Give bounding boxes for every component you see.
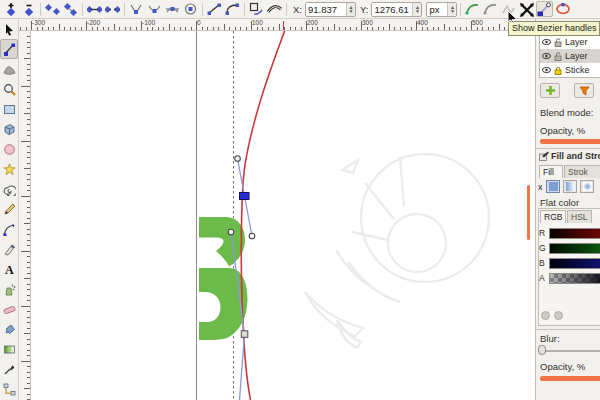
- segment-to-curve-icon[interactable]: [224, 1, 241, 17]
- tool-zoom[interactable]: [0, 79, 18, 99]
- x-coordinate-field[interactable]: ▲▼: [305, 2, 356, 17]
- blur-slider-handle[interactable]: [538, 345, 546, 355]
- blur-slider-track[interactable]: [540, 350, 600, 352]
- ruler-tick: [27, 289, 30, 290]
- corner-node-icon[interactable]: [128, 1, 145, 17]
- flat-color-button[interactable]: [546, 180, 560, 193]
- layer-row[interactable]: Layer: [540, 35, 600, 49]
- join-nodes-icon[interactable]: [62, 1, 79, 17]
- ruler-tick: [27, 311, 30, 312]
- tool-box-3d[interactable]: [0, 119, 18, 139]
- tab-rgb[interactable]: RGB: [540, 210, 566, 223]
- new-layer-button[interactable]: [540, 83, 560, 98]
- symmetric-node-icon[interactable]: [164, 1, 181, 17]
- lock-open-icon[interactable]: [554, 38, 562, 47]
- unselected-node[interactable]: [241, 331, 248, 338]
- ruler-tick: [284, 27, 285, 30]
- tool-dropper[interactable]: [0, 359, 18, 379]
- tool-paint-bucket[interactable]: [0, 319, 18, 339]
- tab-fill[interactable]: Fill: [539, 165, 563, 178]
- selected-node[interactable]: [240, 193, 250, 200]
- delete-segment-icon[interactable]: [104, 1, 121, 17]
- tool-node-editor[interactable]: [0, 39, 18, 59]
- bezier-handles-icon[interactable]: [536, 1, 553, 17]
- channel-r-slider[interactable]: [549, 228, 600, 239]
- y-coordinate-field[interactable]: ▲▼: [371, 2, 422, 17]
- join-with-segment-icon[interactable]: [86, 1, 103, 17]
- auto-node-icon[interactable]: [182, 1, 199, 17]
- smooth-node-icon[interactable]: [146, 1, 163, 17]
- insert-node-icon[interactable]: [2, 1, 19, 17]
- tool-calligraphy[interactable]: [0, 239, 18, 259]
- y-coordinate-input[interactable]: [372, 3, 412, 16]
- ruler-tick: [27, 256, 30, 257]
- delete-node-icon[interactable]: [20, 1, 37, 17]
- tool-tweak[interactable]: [0, 59, 18, 79]
- ruler-tick: [42, 27, 43, 30]
- linear-gradient-button[interactable]: [563, 180, 577, 193]
- layer-filter-button[interactable]: [574, 83, 594, 98]
- tool-ellipse[interactable]: [0, 139, 18, 159]
- ruler-tick: [345, 27, 346, 30]
- tool-spiral[interactable]: [0, 179, 18, 199]
- radial-gradient-button[interactable]: [580, 180, 594, 193]
- x-spinner[interactable]: ▲▼: [346, 3, 355, 16]
- tool-gradient[interactable]: [0, 339, 18, 359]
- tool-rectangle[interactable]: [0, 99, 18, 119]
- tab-hsl[interactable]: HSL: [567, 210, 592, 223]
- edit-clip-icon[interactable]: [464, 1, 481, 17]
- ruler-tick: [27, 190, 30, 191]
- lock-closed-icon[interactable]: [554, 66, 562, 75]
- tool-text[interactable]: A: [0, 259, 18, 279]
- stroke-to-path-icon[interactable]: [266, 1, 283, 17]
- tool-bezier-pen[interactable]: [0, 219, 18, 239]
- swatch-prev-icon[interactable]: [541, 311, 550, 320]
- tool-eraser[interactable]: [0, 299, 18, 319]
- fs-opacity-slider[interactable]: [540, 376, 600, 381]
- unit-value[interactable]: [427, 3, 447, 16]
- vertical-scrollbar-thumb[interactable]: [527, 185, 530, 240]
- lock-open-icon[interactable]: [554, 52, 562, 61]
- tool-connector[interactable]: [0, 379, 18, 399]
- ruler-tick: [191, 27, 192, 30]
- ruler-tick: [279, 24, 280, 30]
- tool-star[interactable]: [0, 159, 18, 179]
- ruler-tick: [383, 27, 384, 30]
- tool-selector[interactable]: [0, 19, 18, 39]
- layer-row[interactable]: Sticke: [540, 63, 600, 77]
- channel-b-slider[interactable]: [549, 258, 600, 269]
- tab-stroke-paint[interactable]: Strok: [564, 165, 600, 178]
- y-spinner[interactable]: ▲▼: [412, 3, 421, 16]
- tool-pencil[interactable]: [0, 199, 18, 219]
- visibility-eye-icon[interactable]: [542, 38, 551, 46]
- object-to-path-icon[interactable]: [248, 1, 265, 17]
- path-outline-icon[interactable]: [554, 1, 571, 17]
- channel-a-slider[interactable]: [549, 273, 600, 284]
- ruler-tick: [339, 27, 340, 30]
- break-path-icon[interactable]: [44, 1, 61, 17]
- canvas[interactable]: [31, 31, 535, 400]
- x-coordinate-input[interactable]: [306, 3, 346, 16]
- swatch-next-icon[interactable]: [554, 311, 563, 320]
- ruler-tick: [334, 24, 335, 30]
- vertical-ruler[interactable]: [19, 31, 31, 400]
- horizontal-ruler[interactable]: -300-200-1000100200300400500: [19, 19, 535, 31]
- edit-mask-icon[interactable]: [482, 1, 499, 17]
- ruler-tick: [125, 27, 126, 30]
- layer-row-selected[interactable]: Layer: [540, 49, 600, 63]
- transform-handles-icon[interactable]: [518, 1, 535, 17]
- segment-to-line-icon[interactable]: [206, 1, 223, 17]
- visibility-eye-icon[interactable]: [542, 66, 551, 74]
- ruler-tick: [27, 157, 30, 158]
- ruler-label: -100: [142, 19, 155, 26]
- visibility-eye-icon[interactable]: [542, 52, 551, 60]
- unit-select[interactable]: ▲▼: [426, 2, 457, 17]
- drawing-area[interactable]: [31, 31, 535, 400]
- unit-spinner[interactable]: ▲▼: [447, 3, 456, 16]
- layers-opacity-slider[interactable]: [540, 139, 600, 144]
- no-paint-button[interactable]: x: [538, 182, 543, 192]
- channel-g-slider[interactable]: [549, 243, 600, 254]
- ruler-tick: [240, 27, 241, 30]
- green-glyph[interactable]: [199, 217, 248, 340]
- tool-spray[interactable]: [0, 279, 18, 299]
